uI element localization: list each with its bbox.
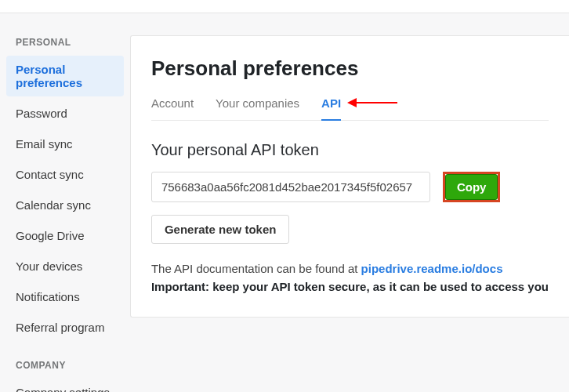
sidebar-item-your-devices[interactable]: Your devices xyxy=(6,252,124,280)
generate-token-button[interactable]: Generate new token xyxy=(151,215,290,244)
sidebar-item-company-settings[interactable]: Company settings xyxy=(6,379,124,392)
annotation-arrow xyxy=(347,98,397,107)
tab-account[interactable]: Account xyxy=(151,96,194,121)
sidebar-item-email-sync[interactable]: Email sync xyxy=(6,130,124,158)
sidebar-item-referral-program[interactable]: Referral program xyxy=(6,314,124,341)
sidebar: PERSONAL Personal preferences Password E… xyxy=(0,13,130,392)
sidebar-item-personal-preferences[interactable]: Personal preferences xyxy=(6,56,124,96)
api-token-input[interactable] xyxy=(151,172,430,202)
docs-prefix: The API documentation can be found at xyxy=(151,262,361,275)
sidebar-section-company: COMPANY xyxy=(6,355,124,379)
layout: PERSONAL Personal preferences Password E… xyxy=(0,13,569,392)
card-header: Personal preferences Account Your compan… xyxy=(131,36,569,121)
top-bar xyxy=(0,0,569,13)
arrow-line-icon xyxy=(357,102,397,104)
content: Personal preferences Account Your compan… xyxy=(130,13,569,392)
docs-text: The API documentation can be found at pi… xyxy=(151,260,549,296)
sidebar-item-calendar-sync[interactable]: Calendar sync xyxy=(6,191,124,219)
docs-link[interactable]: pipedrive.readme.io/docs xyxy=(361,262,503,275)
tab-api[interactable]: API xyxy=(321,96,341,121)
sidebar-item-google-drive[interactable]: Google Drive xyxy=(6,222,124,249)
sidebar-item-contact-sync[interactable]: Contact sync xyxy=(6,161,124,188)
important-note: Important: keep your API token secure, a… xyxy=(151,280,549,293)
tabs: Account Your companies API xyxy=(151,96,549,121)
sidebar-item-notifications[interactable]: Notifications xyxy=(6,283,124,310)
api-token-heading: Your personal API token xyxy=(151,141,549,159)
sidebar-item-password[interactable]: Password xyxy=(6,100,124,127)
token-row: Copy xyxy=(151,172,549,202)
tab-your-companies[interactable]: Your companies xyxy=(216,96,299,121)
sidebar-section-personal: PERSONAL xyxy=(6,32,124,56)
page-title: Personal preferences xyxy=(151,56,549,81)
copy-button-highlight: Copy xyxy=(443,172,501,202)
settings-card: Personal preferences Account Your compan… xyxy=(130,35,569,318)
card-body: Your personal API token Copy Generate ne… xyxy=(131,121,569,317)
arrow-head-icon xyxy=(347,98,357,107)
copy-button[interactable]: Copy xyxy=(445,174,498,200)
